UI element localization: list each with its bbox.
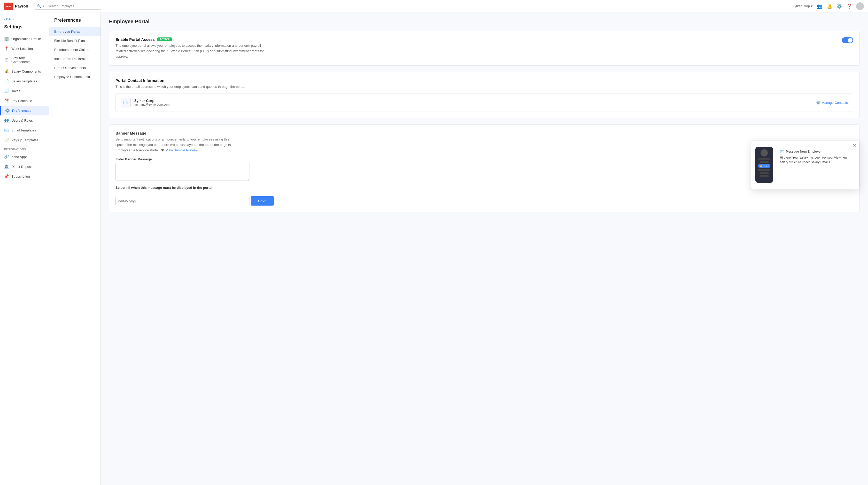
phone-mockup: 🏠 Home bbox=[755, 147, 773, 183]
phone-bar-4 bbox=[760, 172, 769, 174]
mail-icon: ✉️ bbox=[121, 98, 131, 107]
enable-portal-desc: The employee portal allows your employee… bbox=[116, 43, 265, 59]
clipboard-icon: 📋 bbox=[4, 58, 9, 62]
layout: ‹ BACK Settings 🏢 Organisation Profile 📍… bbox=[0, 12, 868, 485]
link-icon: 🔗 bbox=[4, 155, 9, 159]
main-content: Employee Portal Enable Portal Access ACT… bbox=[101, 12, 868, 485]
help-icon[interactable]: ❓ bbox=[846, 3, 852, 9]
search-bar[interactable]: 🔍 ▾ bbox=[34, 3, 101, 9]
payslip-icon: 📑 bbox=[4, 138, 9, 142]
phone-bar-3 bbox=[758, 169, 770, 171]
sidebar-item-payslip-templates[interactable]: 📑 Payslip Templates bbox=[0, 135, 49, 145]
sidebar-item-salary-components[interactable]: 💰 Salary Components bbox=[0, 66, 49, 76]
notif-header: ✉️ Message from Employer bbox=[780, 150, 851, 154]
back-arrow-icon: ‹ bbox=[4, 18, 5, 21]
notif-message: Hi there! Your salary has been revised. … bbox=[780, 155, 851, 164]
chevron-down-icon: ▾ bbox=[811, 4, 813, 8]
subscription-icon: 📌 bbox=[4, 174, 9, 179]
sidebar-item-preferences[interactable]: ⚙️ Preferences bbox=[0, 106, 49, 116]
contact-card: ✉️ Zylker Corp archana@zylkercorp.com ⚙️… bbox=[116, 93, 853, 112]
mid-nav-employee-custom-field[interactable]: Employee Custom Field bbox=[49, 72, 100, 82]
bell-icon[interactable]: 🔔 bbox=[827, 3, 832, 9]
back-button[interactable]: ‹ BACK bbox=[0, 17, 49, 23]
sidebar-item-salary-templates[interactable]: 📄 Salary Templates bbox=[0, 76, 49, 86]
portal-contact-title: Portal Contact Information bbox=[116, 78, 853, 83]
mid-nav-flexible-benefit-plan[interactable]: Flexible Benefit Plan bbox=[49, 36, 100, 45]
tax-icon: 🧾 bbox=[4, 89, 9, 93]
top-nav-right: Zylker Corp ▾ 👥 🔔 ⚙️ ❓ bbox=[793, 2, 864, 10]
phone-bar-1 bbox=[758, 158, 770, 160]
sidebar-item-pay-schedule[interactable]: 📅 Pay Schedule bbox=[0, 96, 49, 106]
banner-message-textarea[interactable] bbox=[116, 163, 250, 181]
sidebar-item-users-roles[interactable]: 👥 Users & Roles bbox=[0, 116, 49, 125]
phone-avatar bbox=[761, 149, 768, 157]
company-name: Zylker Corp bbox=[793, 4, 810, 8]
banner-section: Banner Message Send important notificati… bbox=[109, 125, 860, 212]
integrations-label: INTEGRATIONS bbox=[0, 145, 49, 152]
sidebar-item-zoho-apps[interactable]: 🔗 Zoho Apps bbox=[0, 152, 49, 162]
bank-icon: 🏦 bbox=[4, 164, 9, 169]
portal-access-toggle[interactable] bbox=[842, 37, 853, 43]
popup-close-button[interactable]: ✕ bbox=[853, 143, 856, 148]
enable-portal-section: Enable Portal Access ACTIVE The employee… bbox=[109, 31, 860, 66]
portal-contact-desc: This is the email address to which your … bbox=[116, 84, 265, 90]
mid-nav-income-tax-declaration[interactable]: Income Tax Declaration bbox=[49, 54, 100, 63]
popup-body: 🏠 Home ✉️ Message from Employer Hi there… bbox=[751, 140, 859, 189]
calendar-icon: 📅 bbox=[4, 98, 9, 103]
banner-title: Banner Message bbox=[116, 131, 853, 135]
search-filter-icon[interactable]: ▾ bbox=[43, 4, 46, 8]
contact-name: Zylker Corp bbox=[134, 99, 169, 103]
contact-email: archana@zylkercorp.com bbox=[134, 103, 169, 106]
mid-nav-employee-portal[interactable]: Employee Portal bbox=[49, 27, 100, 36]
page-title: Employee Portal bbox=[109, 19, 860, 25]
team-icon[interactable]: 👥 bbox=[817, 3, 823, 9]
top-nav-left: ZOHO Payroll 🔍 ▾ bbox=[4, 3, 101, 10]
phone-home-button: 🏠 Home bbox=[758, 164, 770, 168]
money-icon: 💰 bbox=[4, 69, 9, 74]
sidebar-item-taxes[interactable]: 🧾 Taxes bbox=[0, 86, 49, 96]
notif-from: Message from Employer bbox=[786, 150, 822, 153]
active-badge: ACTIVE bbox=[157, 37, 172, 41]
enable-portal-info: Enable Portal Access ACTIVE The employee… bbox=[116, 37, 265, 59]
preview-popup: ✕ 🏠 Home bbox=[751, 140, 860, 189]
enable-portal-row: Enable Portal Access ACTIVE The employee… bbox=[116, 37, 853, 59]
sidebar-item-work-locations[interactable]: 📍 Work Locations bbox=[0, 44, 49, 54]
sidebar-item-direct-deposit[interactable]: 🏦 Direct Deposit bbox=[0, 162, 49, 171]
portal-contact-section: Portal Contact Information This is the e… bbox=[109, 72, 860, 118]
date-input[interactable] bbox=[116, 197, 250, 205]
email-icon: ✉️ bbox=[4, 128, 9, 132]
mid-nav-title: Preferences bbox=[49, 17, 100, 27]
document-icon: 📄 bbox=[4, 79, 9, 84]
enable-portal-title: Enable Portal Access ACTIVE bbox=[116, 37, 265, 41]
sidebar-item-email-templates[interactable]: ✉️ Email Templates bbox=[0, 125, 49, 135]
mid-nav-reimbursement-claims[interactable]: Reimbursement Claims bbox=[49, 45, 100, 54]
svg-text:ZOHO: ZOHO bbox=[6, 5, 12, 7]
mid-nav-proof-of-investments[interactable]: Proof Of Investments bbox=[49, 63, 100, 72]
search-icon: 🔍 bbox=[37, 4, 41, 8]
users-icon: 👥 bbox=[4, 118, 9, 123]
manage-contacts-icon: ⚙️ bbox=[816, 101, 820, 105]
banner-desc: Send important notifications or announce… bbox=[116, 137, 240, 153]
contact-details: Zylker Corp archana@zylkercorp.com bbox=[134, 99, 169, 106]
search-input[interactable] bbox=[48, 4, 98, 8]
phone-bar-5 bbox=[760, 175, 769, 177]
view-sample-preview-link[interactable]: 👁️ View Sample Preview bbox=[160, 148, 198, 153]
enter-banner-label: Enter Banner Message bbox=[116, 157, 853, 161]
avatar[interactable] bbox=[856, 2, 864, 10]
notif-envelope-icon: ✉️ bbox=[780, 150, 784, 154]
sidebar-item-subscription[interactable]: 📌 Subscription bbox=[0, 171, 49, 181]
logo-box: ZOHO bbox=[4, 3, 13, 10]
sidebar-item-statutory-components[interactable]: 📋 Statutory Components bbox=[0, 54, 49, 66]
phone-bar-2 bbox=[760, 161, 769, 163]
save-button[interactable]: Save bbox=[251, 196, 274, 205]
sidebar: ‹ BACK Settings 🏢 Organisation Profile 📍… bbox=[0, 12, 49, 485]
gear-icon: ⚙️ bbox=[5, 108, 9, 113]
settings-icon[interactable]: ⚙️ bbox=[836, 3, 842, 9]
home-icon: 🏠 bbox=[760, 165, 762, 167]
manage-contacts-button[interactable]: ⚙️ Manage Contacts bbox=[816, 101, 848, 105]
company-selector[interactable]: Zylker Corp ▾ bbox=[793, 4, 813, 8]
sidebar-title: Settings bbox=[0, 23, 49, 34]
location-icon: 📍 bbox=[4, 46, 9, 51]
sidebar-item-organisation-profile[interactable]: 🏢 Organisation Profile bbox=[0, 34, 49, 44]
app-logo: ZOHO Payroll bbox=[4, 3, 28, 10]
